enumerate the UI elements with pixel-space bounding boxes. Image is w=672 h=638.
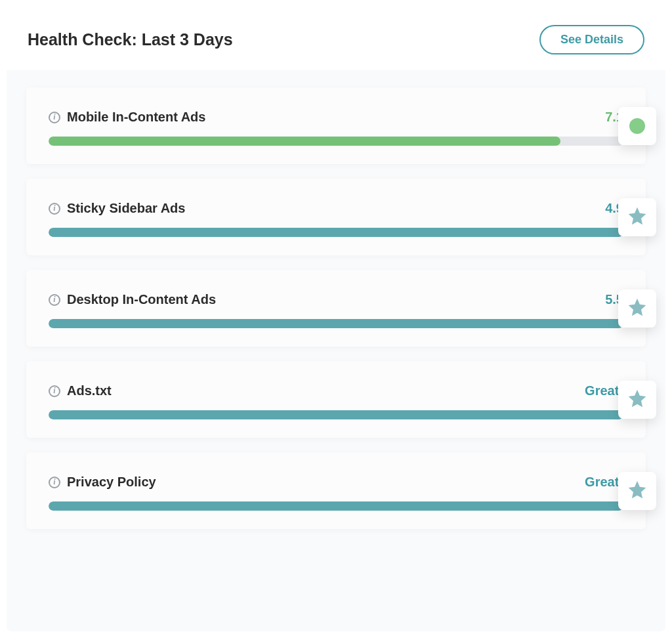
info-icon[interactable]: i	[49, 385, 60, 397]
status-badge-star[interactable]	[618, 289, 656, 328]
progress-track	[49, 137, 623, 146]
progress-track	[49, 228, 623, 237]
health-check-row: iMobile In-Content Ads7.1	[26, 87, 646, 164]
star-icon	[627, 297, 648, 320]
progress-fill	[49, 319, 623, 328]
star-icon	[627, 205, 648, 229]
health-check-row: iPrivacy PolicyGreat!	[26, 452, 646, 529]
card-header: Health Check: Last 3 Days See Details	[7, 7, 665, 70]
info-icon[interactable]: i	[49, 203, 60, 215]
info-icon[interactable]: i	[49, 112, 60, 123]
health-check-row: iDesktop In-Content Ads5.5	[26, 270, 646, 347]
row-title: Mobile In-Content Ads	[67, 110, 205, 125]
status-badge-star[interactable]	[618, 472, 656, 510]
dot-icon	[629, 118, 645, 134]
progress-fill	[49, 137, 560, 146]
info-icon[interactable]: i	[49, 477, 60, 488]
status-badge-dot[interactable]	[618, 107, 656, 145]
health-check-row: iSticky Sidebar Ads4.9	[26, 179, 646, 255]
see-details-button[interactable]: See Details	[539, 25, 644, 54]
health-check-card: Health Check: Last 3 Days See Details iM…	[7, 7, 665, 631]
progress-fill	[49, 501, 623, 511]
status-badge-star[interactable]	[618, 198, 656, 236]
row-title: Ads.txt	[67, 383, 112, 398]
health-check-list: iMobile In-Content Ads7.1iSticky Sidebar…	[7, 70, 665, 542]
progress-fill	[49, 228, 623, 237]
card-title: Health Check: Last 3 Days	[28, 30, 233, 49]
info-icon[interactable]: i	[49, 294, 60, 306]
row-title: Privacy Policy	[67, 475, 156, 490]
progress-track	[49, 319, 623, 328]
star-icon	[627, 479, 648, 503]
progress-fill	[49, 410, 623, 419]
progress-track	[49, 410, 623, 419]
star-icon	[627, 388, 648, 412]
row-title: Sticky Sidebar Ads	[67, 201, 185, 216]
health-check-row: iAds.txtGreat!	[26, 361, 646, 438]
progress-track	[49, 501, 623, 511]
row-title: Desktop In-Content Ads	[67, 292, 216, 307]
status-badge-star[interactable]	[618, 381, 656, 419]
